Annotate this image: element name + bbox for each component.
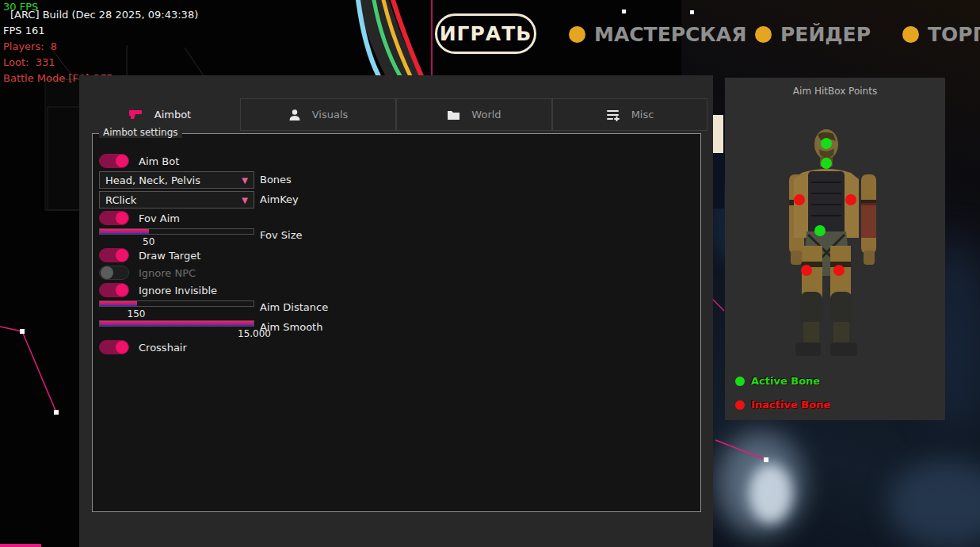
toggle-knob <box>116 212 128 224</box>
nav-item-trade[interactable]: ТОРГО <box>902 22 980 46</box>
aim-distance-value: 150 <box>128 308 146 319</box>
inactive-bone-dot <box>735 400 745 410</box>
fov-aim-toggle[interactable] <box>99 211 129 225</box>
pistol-icon <box>128 109 143 120</box>
person-icon <box>288 109 301 121</box>
aimkey-dropdown-value: RClick <box>105 194 136 206</box>
aimkey-row: RClick ▼ <box>99 191 254 208</box>
aim-distance-value-track: 150 <box>99 308 254 319</box>
hud-build-info: [ARC] Build (Dec 28 2025, 09:43:38) <box>10 9 198 21</box>
toggle-knob <box>116 249 128 262</box>
hitbox-panel-title: Aim HitBox Points <box>725 86 945 97</box>
aim-smooth-row <box>99 320 254 327</box>
tab-label: Visuals <box>312 109 349 120</box>
hitbox-point-right-thigh[interactable] <box>833 265 845 276</box>
crosshair-toggle[interactable] <box>99 340 129 354</box>
aim-smooth-slider[interactable] <box>99 320 254 327</box>
bones-label: Bones <box>260 174 292 186</box>
aim-bot-label: Aim Bot <box>139 155 179 167</box>
legend-inactive-bone: Inactive Bone <box>735 399 830 411</box>
nav-item-label: РЕЙДЕР <box>780 23 871 46</box>
aim-bot-toggle[interactable] <box>99 154 129 168</box>
slider-fill <box>100 321 254 326</box>
tab-label: Misc <box>631 109 654 120</box>
ignore-invisible-toggle[interactable] <box>99 283 129 297</box>
tab-aimbot[interactable]: Aimbot <box>79 98 240 131</box>
hud-players-count: Players: 8 <box>3 40 57 52</box>
draw-target-label: Draw Target <box>139 250 200 262</box>
fov-aim-label: Fov Aim <box>139 212 180 224</box>
crosshair-row: Crosshair <box>99 340 187 354</box>
ignore-invisible-label: Ignore Invisible <box>139 285 217 296</box>
coin-icon <box>755 26 772 43</box>
coin-icon <box>902 26 919 43</box>
playlist-add-icon <box>606 109 620 121</box>
nav-item-workshop[interactable]: МАСТЕРСКАЯ <box>569 22 746 46</box>
play-button[interactable]: ИГРАТЬ <box>435 13 536 54</box>
cheat-menu-panel: Aimbot Visuals World Misc Aimbot setting… <box>79 75 713 547</box>
ignore-npc-toggle[interactable] <box>99 266 129 280</box>
fov-aim-row: Fov Aim <box>99 211 180 225</box>
coin-icon <box>569 26 585 43</box>
crosshair-label: Crosshair <box>139 342 187 354</box>
aim-distance-slider[interactable] <box>99 300 254 307</box>
hitbox-point-left-thigh[interactable] <box>801 265 812 276</box>
fov-size-value: 50 <box>143 236 154 247</box>
toggle-knob <box>116 284 128 296</box>
slider-fill <box>100 229 149 234</box>
toggle-knob <box>116 341 128 354</box>
aim-smooth-value-track: 15.000 <box>99 328 254 339</box>
chevron-down-icon: ▼ <box>242 196 248 205</box>
hitbox-panel: Aim HitBox Points <box>725 78 945 420</box>
hitbox-point-left-shoulder[interactable] <box>794 194 805 205</box>
chevron-down-icon: ▼ <box>242 176 248 185</box>
toggle-knob <box>101 266 113 279</box>
hitbox-point-head[interactable] <box>821 138 832 149</box>
draw-target-row: Draw Target <box>99 248 200 262</box>
nav-item-label: МАСТЕРСКАЯ <box>594 23 746 46</box>
hitbox-point-pelvis[interactable] <box>814 225 826 236</box>
aim-distance-row <box>99 300 254 307</box>
bones-dropdown[interactable]: Head, Neck, Pelvis ▼ <box>99 171 254 189</box>
tab-visuals[interactable]: Visuals <box>240 98 396 131</box>
slider-fill <box>100 301 137 306</box>
tab-world[interactable]: World <box>396 98 552 131</box>
aim-smooth-label: Aim Smooth <box>260 321 322 333</box>
hitbox-point-neck[interactable] <box>821 158 832 169</box>
fov-size-slider[interactable] <box>99 228 254 235</box>
fov-size-row <box>99 228 254 235</box>
ignore-invisible-row: Ignore Invisible <box>99 283 217 297</box>
aimkey-dropdown[interactable]: RClick ▼ <box>99 191 254 208</box>
ignore-npc-row: Ignore NPC <box>99 266 196 280</box>
tab-misc[interactable]: Misc <box>552 98 707 131</box>
fov-size-label: Fov Size <box>260 229 302 241</box>
aim-distance-label: Aim Distance <box>260 301 328 313</box>
legend-active-bone: Active Bone <box>735 375 820 387</box>
tab-label: Aimbot <box>154 109 191 120</box>
hitbox-point-right-shoulder[interactable] <box>845 194 856 205</box>
group-title: Aimbot settings <box>99 127 182 138</box>
bones-row: Head, Neck, Pelvis ▼ <box>99 171 254 189</box>
fov-size-value-track: 50 <box>99 236 254 247</box>
aimkey-label: AimKey <box>260 193 299 205</box>
ignore-npc-label: Ignore NPC <box>139 267 196 279</box>
hud-fps-value: FPS 161 <box>3 25 45 36</box>
scene-white-dot <box>622 10 626 13</box>
esp-bottom-strip <box>0 544 41 547</box>
inactive-bone-label: Inactive Bone <box>751 399 830 411</box>
hud-loot-count: Loot: 331 <box>3 56 55 68</box>
draw-target-toggle[interactable] <box>99 248 129 262</box>
folder-icon <box>447 109 460 120</box>
character-model <box>784 127 881 357</box>
active-bone-label: Active Bone <box>751 375 820 387</box>
scene-white-dot-2 <box>690 10 694 14</box>
nav-item-label: ТОРГО <box>928 23 980 46</box>
toggle-knob <box>116 155 128 167</box>
bones-dropdown-value: Head, Neck, Pelvis <box>105 174 200 186</box>
nav-item-raider[interactable]: РЕЙДЕР <box>755 22 871 46</box>
active-bone-dot <box>735 377 745 386</box>
tab-label: World <box>471 109 501 120</box>
aim-bot-row: Aim Bot <box>99 154 179 168</box>
aimbot-settings-group: Aimbot settings Aim Bot Head, Neck, Pelv… <box>92 133 701 512</box>
